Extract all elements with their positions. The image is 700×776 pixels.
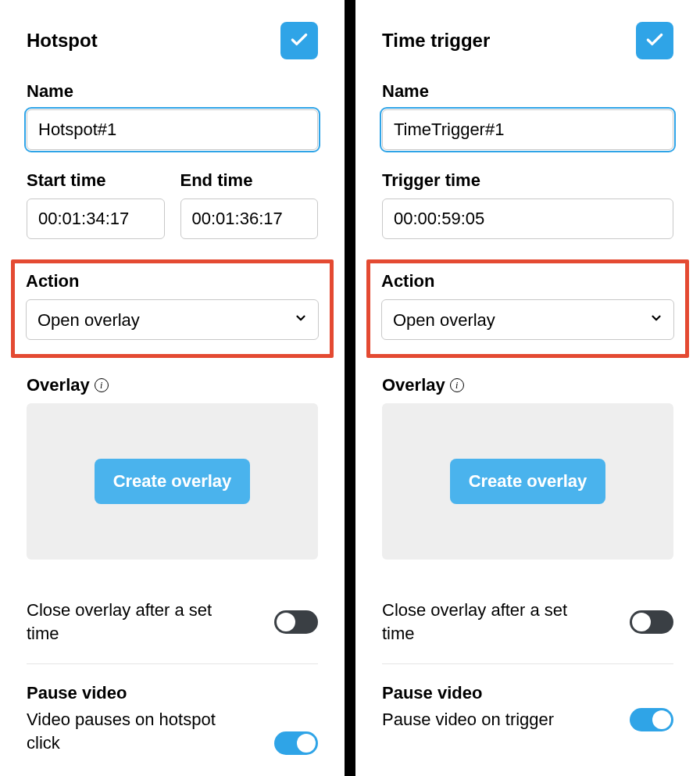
trigger-action-label: Action bbox=[381, 271, 674, 291]
trigger-name-group: Name bbox=[382, 81, 673, 150]
hotspot-create-overlay-button[interactable]: Create overlay bbox=[95, 459, 251, 504]
trigger-close-overlay-label: Close overlay after a set time bbox=[382, 599, 585, 645]
time-trigger-panel: Time trigger Name Trigger time Action Op… bbox=[355, 0, 700, 776]
hotspot-confirm-button[interactable] bbox=[280, 22, 318, 59]
trigger-action-highlight: Action Open overlay bbox=[366, 259, 689, 358]
vertical-divider bbox=[345, 0, 355, 776]
trigger-create-overlay-button[interactable]: Create overlay bbox=[450, 459, 606, 504]
toggle-knob bbox=[277, 613, 295, 631]
check-icon bbox=[645, 30, 665, 52]
hotspot-pause-row: Pause video Video pauses on hotspot clic… bbox=[27, 664, 318, 754]
hotspot-pause-title: Pause video bbox=[27, 683, 238, 703]
trigger-name-input[interactable] bbox=[382, 109, 673, 150]
info-icon[interactable]: i bbox=[450, 378, 464, 392]
trigger-confirm-button[interactable] bbox=[636, 22, 673, 59]
hotspot-time-row: Start time End time bbox=[27, 170, 318, 239]
end-time-group: End time bbox=[180, 170, 319, 239]
trigger-pause-text: Pause video Pause video on trigger bbox=[382, 683, 554, 731]
trigger-overlay-label: Overlay i bbox=[382, 375, 673, 395]
toggle-knob bbox=[632, 613, 651, 631]
end-time-label: End time bbox=[180, 170, 319, 191]
toggle-knob bbox=[297, 734, 316, 753]
hotspot-action-label: Action bbox=[26, 271, 319, 291]
toggle-knob bbox=[652, 710, 671, 729]
trigger-pause-sub: Pause video on trigger bbox=[382, 708, 554, 731]
end-time-input[interactable] bbox=[180, 198, 319, 239]
hotspot-name-group: Name bbox=[27, 81, 318, 150]
trigger-close-overlay-row: Close overlay after a set time bbox=[382, 580, 673, 663]
hotspot-overlay-group: Overlay i Create overlay bbox=[27, 375, 318, 560]
hotspot-action-select[interactable]: Open overlay bbox=[26, 299, 319, 340]
hotspot-action-highlight: Action Open overlay bbox=[11, 259, 334, 358]
start-time-label: Start time bbox=[27, 170, 165, 191]
trigger-close-overlay-toggle[interactable] bbox=[630, 610, 673, 634]
trigger-overlay-group: Overlay i Create overlay bbox=[382, 375, 673, 560]
trigger-pause-row: Pause video Pause video on trigger bbox=[382, 664, 673, 731]
trigger-time-input[interactable] bbox=[382, 198, 673, 239]
hotspot-action-select-wrap: Open overlay bbox=[26, 299, 319, 340]
trigger-header: Time trigger bbox=[382, 22, 673, 59]
hotspot-close-overlay-toggle[interactable] bbox=[274, 610, 318, 634]
hotspot-overlay-dropzone[interactable]: Create overlay bbox=[27, 403, 318, 560]
hotspot-name-label: Name bbox=[27, 81, 318, 102]
hotspot-title: Hotspot bbox=[27, 30, 98, 52]
trigger-pause-title: Pause video bbox=[382, 683, 554, 703]
trigger-title: Time trigger bbox=[382, 30, 490, 52]
hotspot-panel: Hotspot Name Start time End time Action … bbox=[0, 0, 345, 776]
trigger-pause-toggle[interactable] bbox=[630, 708, 673, 731]
trigger-action-select-wrap: Open overlay bbox=[381, 299, 674, 340]
hotspot-overlay-label: Overlay i bbox=[27, 375, 318, 395]
trigger-time-group: Trigger time bbox=[382, 170, 673, 239]
hotspot-close-overlay-row: Close overlay after a set time bbox=[27, 580, 318, 663]
hotspot-pause-sub: Video pauses on hotspot click bbox=[27, 708, 238, 754]
start-time-group: Start time bbox=[27, 170, 165, 239]
trigger-time-label: Trigger time bbox=[382, 170, 673, 191]
hotspot-close-overlay-label: Close overlay after a set time bbox=[27, 599, 230, 645]
hotspot-pause-toggle[interactable] bbox=[274, 731, 318, 755]
hotspot-name-input[interactable] bbox=[27, 109, 318, 150]
start-time-input[interactable] bbox=[27, 198, 165, 239]
hotspot-header: Hotspot bbox=[27, 22, 318, 59]
info-icon[interactable]: i bbox=[95, 378, 109, 392]
hotspot-pause-text: Pause video Video pauses on hotspot clic… bbox=[27, 683, 238, 754]
trigger-name-label: Name bbox=[382, 81, 673, 102]
trigger-action-select[interactable]: Open overlay bbox=[381, 299, 674, 340]
trigger-overlay-dropzone[interactable]: Create overlay bbox=[382, 403, 673, 560]
check-icon bbox=[289, 30, 309, 52]
